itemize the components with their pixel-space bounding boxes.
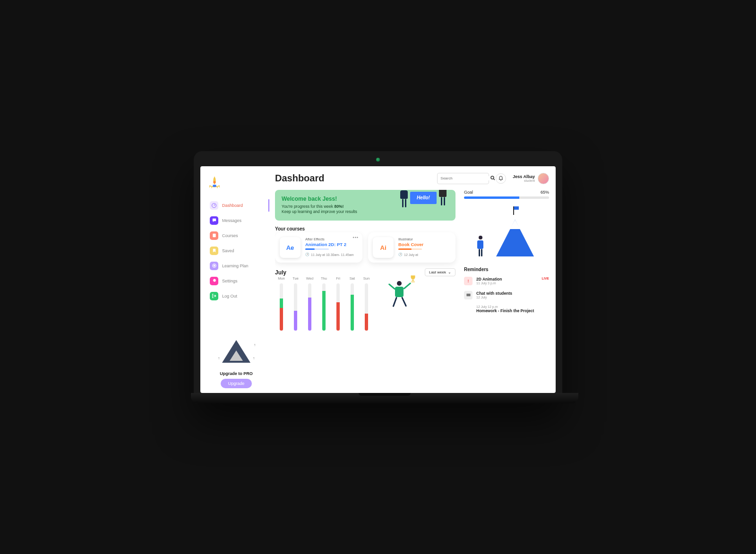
hiker-icon <box>477 236 483 256</box>
reminder-title: 2D Animation <box>476 277 538 281</box>
brand-logo <box>206 173 223 190</box>
reminder-time: 11 July 3 p.m <box>476 281 538 285</box>
live-badge: LIVE <box>541 277 549 280</box>
reminders-title: Reminders <box>464 267 549 272</box>
svg-rect-1 <box>213 185 216 187</box>
calendar-day-col: Fri <box>332 276 344 331</box>
sidebar-item-saved[interactable]: Saved <box>206 244 266 258</box>
course-time: 🕒 11 July at 10.30am- 11.45am <box>305 253 358 256</box>
sidebar-item-courses[interactable]: Courses <box>206 229 266 243</box>
user-name: Jess Albay <box>513 174 535 179</box>
calendar-day-col: Mon <box>275 276 288 331</box>
bookmark-icon <box>210 247 218 255</box>
search-icon <box>490 175 496 182</box>
welcome-illustration: Hello! <box>394 190 451 226</box>
center-column: Welcome back Jess! You're progress for t… <box>275 190 455 393</box>
calendar-bar <box>365 283 368 331</box>
avatar <box>538 173 549 184</box>
blank-icon <box>464 305 472 314</box>
calendar-day-label: Sun <box>363 276 369 281</box>
calendar-day-label: Sat <box>350 276 355 281</box>
calendar-bar <box>336 283 340 331</box>
calendar-chart: MonTueWedThuFriSatSun <box>275 276 373 331</box>
search-input[interactable] <box>440 176 490 180</box>
calendar-day-col: Sat <box>346 276 359 331</box>
clock-icon: 🕒 <box>305 253 309 256</box>
calendar-day-col: Sun <box>360 276 373 331</box>
camera-dot <box>376 158 380 162</box>
upgrade-button[interactable]: Upgrade <box>221 379 252 388</box>
calendar-day-label: Wed <box>306 276 313 281</box>
calendar-day-label: Tue <box>292 276 299 281</box>
svg-point-7 <box>491 176 494 179</box>
target-icon <box>210 262 218 270</box>
calendar-day-label: Mon <box>278 276 285 281</box>
right-column: Goal 65% <box>464 190 549 393</box>
calendar-day-col: Thu <box>318 276 330 331</box>
chevron-down-icon: ⌄ <box>448 270 451 274</box>
courses-section-title: Your courses <box>275 226 455 231</box>
course-app-icon: Ai <box>373 237 394 258</box>
sidebar-nav: Dashboard Messages Courses <box>206 198 266 303</box>
page-title: Dashboard <box>275 173 430 184</box>
goal-progress <box>464 196 549 199</box>
calendar-bar <box>351 283 354 331</box>
sidebar-item-settings[interactable]: Settings <box>206 274 266 288</box>
course-progress <box>398 248 422 250</box>
laptop-base <box>191 393 578 403</box>
sidebar-item-label: Learning Plan <box>222 264 249 268</box>
course-app: Illustrator <box>398 237 451 241</box>
sidebar-item-label: Messages <box>222 218 241 223</box>
svg-rect-8 <box>466 294 470 297</box>
reminder-time: 12 July 12 p.m <box>476 305 549 308</box>
welcome-sign: Hello! <box>410 192 437 204</box>
sidebar-item-learning-plan[interactable]: Learning Plan <box>206 259 266 273</box>
chat-icon <box>210 216 218 225</box>
calendar-bar <box>322 283 326 331</box>
topbar: Dashboard Jess Albay student <box>275 173 549 184</box>
reminder-title: Homework - Finish the Project <box>476 308 549 313</box>
svg-point-5 <box>214 265 215 266</box>
sidebar-item-messages[interactable]: Messages <box>206 213 266 228</box>
search-box[interactable] <box>437 173 489 184</box>
sidebar: Dashboard Messages Courses <box>200 166 271 393</box>
calendar-month: July <box>275 269 286 276</box>
reminder-title: Chat with students <box>476 291 549 296</box>
course-progress <box>305 248 329 250</box>
user-menu[interactable]: Jess Albay student <box>513 173 549 184</box>
sidebar-item-dashboard[interactable]: Dashboard <box>206 198 266 213</box>
svg-point-0 <box>213 181 215 183</box>
course-more-icon[interactable]: ••• <box>353 235 359 240</box>
trophy-icon <box>409 274 417 283</box>
chat-icon <box>464 291 472 299</box>
gauge-icon <box>210 201 218 210</box>
bell-icon <box>498 175 504 182</box>
calendar-bar <box>280 283 283 331</box>
calendar-bar <box>294 283 297 331</box>
reminder-item[interactable]: Chat with students 12 July <box>464 291 549 299</box>
main: Dashboard Jess Albay student <box>271 166 556 393</box>
reminder-item[interactable]: ! 2D Animation 11 July 3 p.m LIVE <box>464 277 549 285</box>
goal-label: Goal <box>464 190 473 195</box>
upgrade-promo: ↑ ↑ ↑ Upgrade to PRO Upgrade <box>206 340 266 388</box>
calendar-range-select[interactable]: Last week ⌄ <box>425 268 455 276</box>
laptop-frame: Dashboard Messages Courses <box>194 151 562 403</box>
celebration-illustration <box>380 276 455 331</box>
course-card[interactable]: Ai Illustrator Book Cover 🕒 12 July at <box>368 232 455 263</box>
course-name: Book Cover <box>398 242 451 247</box>
promo-illustration: ↑ ↑ ↑ <box>220 340 253 368</box>
course-card[interactable]: Ae ••• After Effects Animation 2D: PT 2 … <box>275 232 362 263</box>
course-time: 🕒 12 July at <box>398 253 451 256</box>
calendar-day-label: Fri <box>336 276 340 281</box>
reminder-item[interactable]: 12 July 12 p.m Homework - Finish the Pro… <box>464 305 549 314</box>
alert-icon: ! <box>464 277 472 285</box>
course-name: Animation 2D: PT 2 <box>305 242 358 247</box>
notifications-button[interactable] <box>496 173 506 184</box>
sidebar-item-label: Log Out <box>222 294 237 298</box>
app-screen: Dashboard Messages Courses <box>200 166 556 393</box>
promo-title: Upgrade to PRO <box>206 371 266 376</box>
gear-icon <box>210 277 218 285</box>
clock-icon: 🕒 <box>398 253 403 256</box>
sidebar-item-label: Settings <box>222 279 238 283</box>
sidebar-item-logout[interactable]: Log Out <box>206 289 266 303</box>
